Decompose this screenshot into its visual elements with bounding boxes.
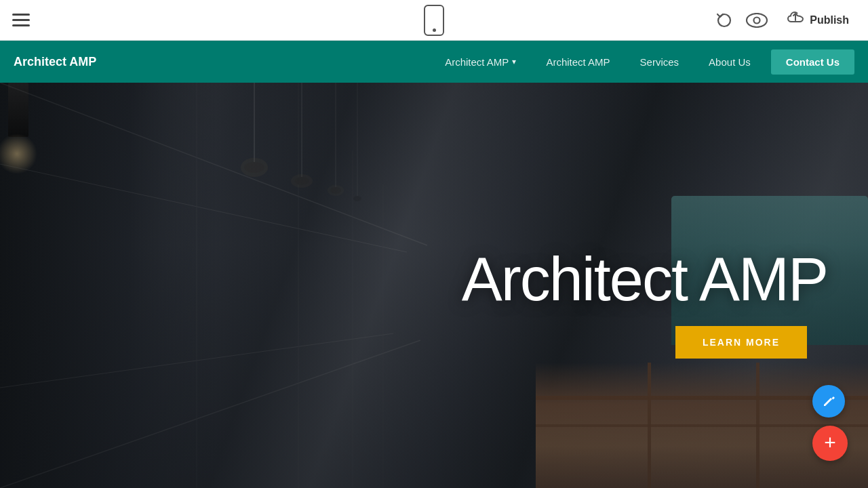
hero-overlay bbox=[0, 83, 868, 488]
nav-link-architect-amp-label: Architect AMP bbox=[546, 56, 610, 68]
mobile-preview-icon[interactable] bbox=[424, 5, 444, 36]
nav-link-services-label: Services bbox=[640, 56, 679, 68]
hero-section: Architect AMP LEARN MORE + bbox=[0, 83, 868, 488]
nav-links: Architect AMP Architect AMP Services Abo… bbox=[430, 41, 854, 83]
undo-icon[interactable] bbox=[715, 11, 734, 30]
mobile-icon-dot bbox=[433, 28, 436, 32]
learn-more-button[interactable]: LEARN MORE bbox=[675, 326, 807, 359]
hero-cta: LEARN MORE bbox=[675, 326, 807, 359]
toolbar-left bbox=[12, 14, 30, 26]
fab-container: + bbox=[812, 385, 848, 461]
fab-edit-button[interactable] bbox=[812, 385, 845, 418]
cloud-upload-icon bbox=[787, 11, 804, 29]
fab-add-icon: + bbox=[824, 432, 836, 453]
contact-us-button[interactable]: Contact Us bbox=[771, 49, 854, 75]
nav-link-architect-amp[interactable]: Architect AMP bbox=[531, 41, 625, 83]
toolbar-center bbox=[424, 5, 444, 36]
fab-add-button[interactable]: + bbox=[812, 426, 848, 461]
nav-link-architect-amp-dropdown[interactable]: Architect AMP bbox=[430, 41, 531, 83]
nav-link-about-us[interactable]: About Us bbox=[694, 41, 766, 83]
publish-button[interactable]: Publish bbox=[780, 7, 856, 33]
svg-point-1 bbox=[754, 17, 760, 23]
nav-link-services[interactable]: Services bbox=[625, 41, 694, 83]
preview-icon[interactable] bbox=[746, 13, 768, 28]
toolbar-right: Publish bbox=[715, 7, 856, 33]
toolbar: Publish bbox=[0, 0, 868, 41]
svg-point-0 bbox=[747, 14, 767, 27]
hamburger-menu-icon[interactable] bbox=[12, 14, 30, 26]
navbar: Architect AMP Architect AMP Architect AM… bbox=[0, 41, 868, 83]
nav-link-about-us-label: About Us bbox=[709, 56, 751, 68]
nav-brand: Architect AMP bbox=[14, 55, 430, 69]
publish-label: Publish bbox=[810, 14, 849, 26]
nav-link-architect-amp-dropdown-label: Architect AMP bbox=[445, 56, 509, 68]
